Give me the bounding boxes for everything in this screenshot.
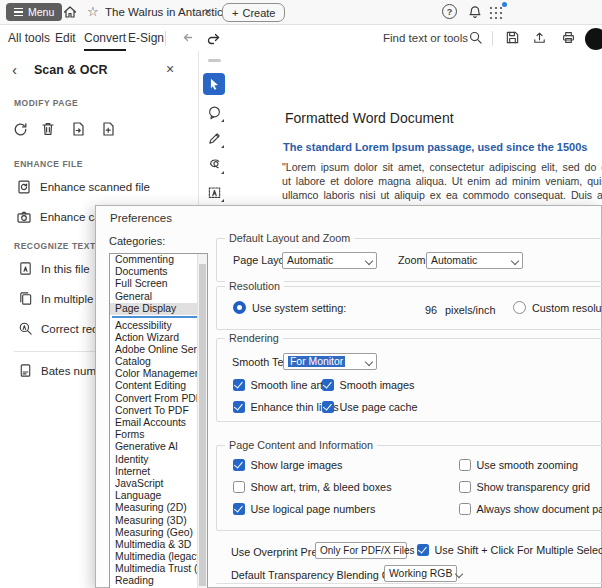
tab-convert[interactable]: Convert: [84, 31, 126, 51]
back-icon[interactable]: ‹: [12, 61, 17, 78]
system-resolution-value: 96: [425, 304, 437, 316]
group-resolution: Resolution Use system setting: 96 pixels…: [216, 286, 602, 330]
category-item[interactable]: Generative AI: [110, 441, 207, 453]
smooth-text-select[interactable]: For Monitor: [283, 353, 377, 370]
rotate-pages-button[interactable]: [8, 117, 32, 141]
enhance-scanned-file-item[interactable]: Enhance scanned file: [16, 179, 194, 195]
find-button[interactable]: [468, 30, 483, 45]
apps-grid-icon: [488, 4, 504, 20]
panel-close-icon[interactable]: ×: [166, 61, 174, 77]
help-icon[interactable]: ?: [442, 4, 457, 19]
enhance-scanned-file-label: Enhance scanned file: [40, 181, 150, 193]
category-item[interactable]: Commenting: [110, 254, 207, 266]
undo-icon: [181, 30, 197, 46]
star-icon[interactable]: ☆: [87, 4, 99, 19]
checkbox-label: Use smooth zooming: [477, 459, 578, 471]
draw-tool-button[interactable]: [203, 127, 225, 149]
category-item[interactable]: Forms: [110, 429, 207, 441]
categories-scrollbar[interactable]: [197, 254, 207, 588]
category-item[interactable]: Convert To PDF: [110, 405, 207, 417]
category-item[interactable]: Multimedia & 3D: [110, 539, 207, 551]
category-item[interactable]: JavaScript: [110, 478, 207, 490]
category-item[interactable]: Color Management: [110, 368, 207, 380]
tab-all-tools[interactable]: All tools: [8, 31, 50, 45]
create-button[interactable]: + Create: [222, 3, 285, 22]
show-transparency-grid-checkbox[interactable]: Show transparency grid: [459, 481, 590, 493]
category-item[interactable]: Multimedia Trust (legacy): [110, 563, 207, 575]
category-item[interactable]: Content Editing: [110, 380, 207, 392]
category-item[interactable]: Adobe Online Services: [110, 344, 207, 356]
checkbox-label: Always show document page size: [477, 503, 602, 515]
scrollbar-thumb[interactable]: [199, 264, 206, 586]
apps-grid-button[interactable]: [488, 4, 505, 20]
checkbox-unchecked-icon: [459, 503, 471, 515]
category-item[interactable]: Internet: [110, 466, 207, 478]
save-button[interactable]: [505, 30, 520, 45]
plus-icon: +: [232, 7, 238, 19]
custom-resolution-radio[interactable]: Custom resolution:: [513, 301, 602, 314]
delete-pages-button[interactable]: [36, 117, 60, 141]
category-item[interactable]: Email Accounts: [110, 417, 207, 429]
checkbox-label: Show art, trim, & bleed boxes: [251, 481, 392, 493]
category-item[interactable]: Documents: [110, 266, 207, 278]
insert-pages-button[interactable]: [66, 117, 90, 141]
zoom-select[interactable]: Automatic: [426, 252, 523, 269]
checkbox-label: Show transparency grid: [477, 481, 590, 493]
category-item[interactable]: Action Wizard: [110, 332, 207, 344]
share-button[interactable]: [532, 30, 547, 45]
category-item[interactable]: Measuring (3D): [110, 515, 207, 527]
overprint-preview-select[interactable]: Only For PDF/X Files: [315, 542, 407, 559]
chevron-down-icon: [365, 357, 373, 365]
category-item[interactable]: Catalog: [110, 356, 207, 368]
category-item[interactable]: Language: [110, 490, 207, 502]
use-page-cache-checkbox[interactable]: Use page cache: [322, 401, 418, 413]
always-show-page-size-checkbox[interactable]: Always show document page size: [459, 503, 602, 515]
bates-icon: [18, 363, 33, 378]
add-page-button[interactable]: [96, 117, 120, 141]
home-button[interactable]: [62, 4, 78, 20]
file-a-icon: [18, 261, 33, 276]
avatar[interactable]: [585, 28, 602, 50]
recognize-text-tool-button[interactable]: [203, 181, 225, 203]
text-select-icon: [207, 185, 222, 200]
use-system-setting-radio[interactable]: Use system setting:: [233, 301, 346, 314]
use-smooth-zooming-checkbox[interactable]: Use smooth zooming: [459, 459, 578, 471]
shift-click-multiple-selection-checkbox[interactable]: Use Shift + Click For Multiple Selection…: [417, 544, 602, 556]
category-item-selected[interactable]: Page Display: [110, 303, 207, 315]
multiple-files-icon: [18, 291, 33, 306]
show-art-trim-bleed-checkbox[interactable]: Show art, trim, & bleed boxes: [233, 481, 392, 493]
select-tool-button[interactable]: [203, 73, 225, 95]
chevron-down-icon: [365, 256, 373, 264]
category-item[interactable]: Multimedia (legacy): [110, 551, 207, 563]
menu-button[interactable]: Menu: [6, 3, 62, 21]
smooth-line-art-checkbox[interactable]: Smooth line art: [233, 379, 323, 391]
category-item[interactable]: Measuring (Geo): [110, 527, 207, 539]
undo-button[interactable]: [181, 30, 197, 46]
category-item[interactable]: Measuring (2D): [110, 502, 207, 514]
create-label: Create: [242, 7, 275, 19]
category-item[interactable]: Convert From PDF: [110, 393, 207, 405]
dialog-title: Preferences: [110, 212, 172, 224]
notifications-button[interactable]: [467, 4, 483, 20]
tab-edit[interactable]: Edit: [55, 31, 76, 45]
redo-button[interactable]: [206, 30, 222, 46]
category-item[interactable]: Identity: [110, 454, 207, 466]
transparency-blending-select[interactable]: Working RGB: [384, 565, 457, 582]
checkbox-label: Use Shift + Click For Multiple Selection…: [435, 544, 602, 556]
drag-handle[interactable]: [208, 59, 221, 62]
category-item[interactable]: General: [110, 291, 207, 303]
show-large-images-checkbox[interactable]: Show large images: [233, 459, 342, 471]
category-item[interactable]: Accessibility: [110, 320, 207, 332]
find-label[interactable]: Find text or tools: [383, 32, 468, 44]
category-item[interactable]: Reading: [110, 575, 207, 587]
page-layout-select[interactable]: Automatic: [282, 252, 377, 269]
use-logical-page-numbers-checkbox[interactable]: Use logical page numbers: [233, 503, 375, 515]
category-item[interactable]: Full Screen: [110, 278, 207, 290]
comment-tool-button[interactable]: [203, 101, 225, 123]
lasso-tool-button[interactable]: [203, 153, 225, 175]
tab-e-sign[interactable]: E-Sign: [128, 31, 164, 45]
tab-close-icon[interactable]: ×: [204, 4, 212, 19]
category-group-divider: [112, 316, 205, 318]
print-button[interactable]: [561, 30, 576, 45]
smooth-images-checkbox[interactable]: Smooth images: [322, 379, 415, 391]
